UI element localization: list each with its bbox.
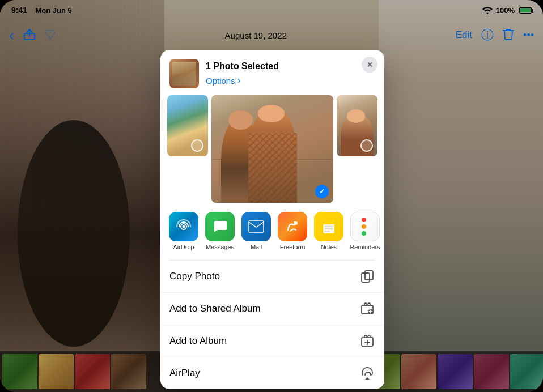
mail-app-item[interactable]: Mail — [240, 212, 273, 251]
photo-thumbnail-1[interactable] — [167, 95, 208, 156]
close-button[interactable]: ✕ — [362, 57, 377, 73]
share-title: 1 Photo Selected — [206, 61, 375, 71]
mail-label: Mail — [251, 244, 262, 251]
messages-icon — [205, 212, 235, 241]
notes-label: Notes — [321, 244, 337, 251]
reminders-icon — [350, 212, 380, 241]
copy-photo-icon — [359, 269, 375, 284]
add-shared-album-label: Add to Shared Album — [169, 303, 261, 314]
svg-rect-8 — [323, 223, 334, 224]
messages-label: Messages — [206, 244, 234, 251]
messages-app-item[interactable]: Messages — [203, 212, 236, 251]
svg-point-5 — [294, 221, 298, 225]
reminders-app-item[interactable]: Reminders — [349, 212, 381, 251]
add-album-label: Add to Album — [169, 335, 227, 347]
share-photos-grid: ✓ — [160, 95, 384, 210]
share-header: 1 Photo Selected Options › ✕ — [160, 50, 384, 95]
airplay-action[interactable]: AirPlay — [160, 357, 384, 389]
photo-thumbnail-2[interactable]: ✓ — [211, 95, 333, 203]
copy-photo-action[interactable]: Copy Photo — [160, 261, 384, 293]
airdrop-label: AirDrop — [173, 244, 194, 251]
share-header-info: 1 Photo Selected Options › — [206, 61, 375, 86]
reminders-label: Reminders — [350, 244, 380, 251]
app-icons-row: AirDrop Messages Mail — [160, 210, 384, 260]
photo-thumbnail-3[interactable] — [337, 95, 377, 156]
selected-photo-thumbnail — [169, 59, 199, 88]
copy-photo-label: Copy Photo — [169, 271, 220, 282]
checkmark-selected-2: ✓ — [315, 185, 329, 198]
airdrop-app-item[interactable]: AirDrop — [167, 212, 200, 251]
airplay-icon — [359, 365, 375, 381]
share-sheet: 1 Photo Selected Options › ✕ — [160, 50, 384, 389]
notes-icon — [314, 212, 343, 241]
add-album-action[interactable]: Add to Album — [160, 325, 384, 357]
add-shared-album-action[interactable]: Add to Shared Album — [160, 293, 384, 325]
add-shared-album-icon — [359, 301, 375, 317]
ipad-frame: 9:41 Mon Jun 5 100% ‹ — [0, 0, 543, 392]
svg-point-3 — [183, 225, 185, 228]
svg-rect-14 — [362, 273, 370, 282]
mail-icon — [241, 212, 271, 241]
freeform-label: Freeform — [280, 244, 306, 251]
notes-app-item[interactable]: Notes — [312, 212, 345, 251]
selection-circle-3 — [360, 139, 373, 152]
svg-rect-4 — [249, 221, 264, 232]
airplay-label: AirPlay — [169, 368, 200, 379]
freeform-app-item[interactable]: Freeform — [276, 212, 309, 251]
add-album-icon — [359, 333, 375, 349]
options-button[interactable]: Options › — [206, 75, 240, 86]
selection-circle-1 — [191, 139, 203, 152]
svg-rect-13 — [365, 271, 373, 280]
airdrop-icon — [169, 212, 198, 241]
freeform-icon — [278, 212, 307, 241]
